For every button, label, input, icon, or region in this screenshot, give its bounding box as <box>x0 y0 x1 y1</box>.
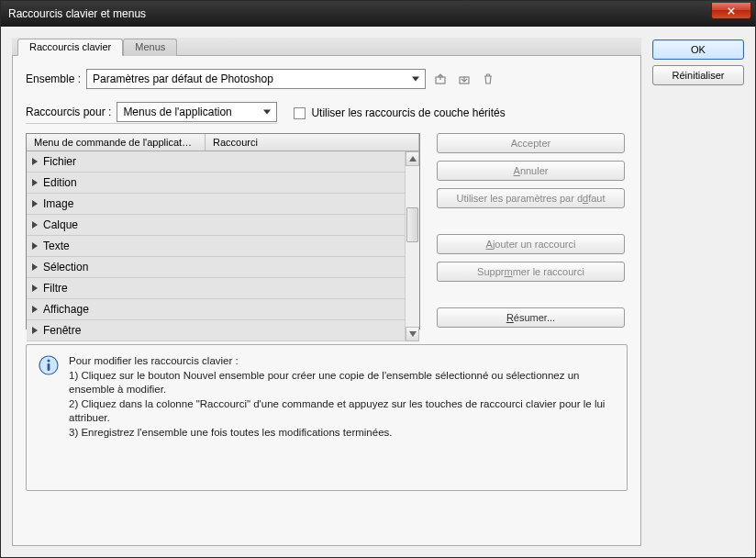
legacy-checkbox-label: Utiliser les raccourcis de couche hérité… <box>311 106 505 119</box>
scroll-down-icon[interactable] <box>406 327 419 341</box>
menu-row-label: Fichier <box>43 155 76 168</box>
menu-row-sélection[interactable]: Sélection <box>27 257 405 278</box>
list-header: Menu de commande de l'applicat… Raccourc… <box>27 134 419 151</box>
shortcuts-for-value: Menus de l'application <box>123 106 231 118</box>
dialog-window: Raccourcis clavier et menus Raccourcis c… <box>0 0 756 558</box>
shortcut-list: Menu de commande de l'applicat… Raccourc… <box>26 133 420 329</box>
shortcuts-for-dropdown[interactable]: Menus de l'application <box>117 102 277 122</box>
list-body: FichierEditionImageCalqueTexteSélectionF… <box>27 151 419 341</box>
scroll-track[interactable] <box>406 166 419 327</box>
legacy-checkbox[interactable] <box>294 107 306 119</box>
info-line1: 1) Cliquez sur le bouton Nouvel ensemble… <box>69 369 616 397</box>
close-icon <box>727 7 736 15</box>
use-default-button[interactable]: Utiliser les paramètres par ddfaut <box>437 188 625 208</box>
expand-icon <box>32 179 38 186</box>
delete-shortcut-button[interactable]: Supprmmer le raccourci <box>437 262 625 282</box>
main-panel: Raccourcis clavier Menus Ensemble : Para… <box>12 38 641 546</box>
side-panel: OK Réinitialiser <box>652 38 744 546</box>
titlebar: Raccourcis clavier et menus <box>1 1 755 27</box>
shortcuts-for-group: Raccourcis pour : Menus de l'application <box>26 102 277 124</box>
ensemble-value: Paramètres par défaut de Photoshop <box>93 73 273 85</box>
col-header-shortcut[interactable]: Raccourci <box>206 134 419 151</box>
tab-shortcuts[interactable]: Raccourcis clavier <box>17 39 123 56</box>
info-box: Pour modifier les raccourcis clavier : 1… <box>26 344 628 491</box>
expand-icon <box>32 306 38 313</box>
menu-row-label: Sélection <box>43 261 88 273</box>
menu-row-calque[interactable]: Calque <box>27 215 405 236</box>
menu-row-filtre[interactable]: Filtre <box>27 278 405 299</box>
menu-row-affichage[interactable]: Affichage <box>27 299 405 320</box>
shortcuts-for-label: Raccourcis pour : <box>26 106 111 118</box>
menu-row-image[interactable]: Image <box>27 194 405 215</box>
menu-row-label: Fenêtre <box>43 324 81 337</box>
expand-icon <box>32 285 38 292</box>
tab-content: Ensemble : Paramètres par défaut de Phot… <box>12 56 641 546</box>
menu-row-label: Image <box>43 197 73 210</box>
menu-row-texte[interactable]: Texte <box>27 236 405 257</box>
summarize-button[interactable]: Résumer... <box>437 307 625 328</box>
add-shortcut-button[interactable]: Ajouter un raccourci <box>437 234 625 254</box>
accept-button[interactable]: Accepter <box>437 133 625 153</box>
info-line2: 2) Cliquez dans la colonne "Raccourci" d… <box>69 397 616 426</box>
middle-area: Menu de commande de l'applicat… Raccourc… <box>26 133 628 329</box>
menu-row-fenêtre[interactable]: Fenêtre <box>27 320 405 341</box>
col-header-menu[interactable]: Menu de commande de l'applicat… <box>27 134 206 151</box>
ensemble-row: Ensemble : Paramètres par défaut de Phot… <box>26 69 628 89</box>
action-column: Accepter Annuler Utiliser les paramètres… <box>437 133 625 329</box>
info-icon <box>38 354 60 376</box>
menu-row-label: Calque <box>43 218 78 231</box>
menu-row-label: Filtre <box>43 282 68 295</box>
menu-row-edition[interactable]: Edition <box>27 173 405 194</box>
dialog-body: Raccourcis clavier Menus Ensemble : Para… <box>1 27 755 557</box>
tab-bar: Raccourcis clavier Menus <box>12 38 641 56</box>
info-heading: Pour modifier les raccourcis clavier : <box>69 354 616 369</box>
undo-button[interactable]: Annuler <box>437 161 625 181</box>
tab-menus[interactable]: Menus <box>123 39 177 56</box>
ok-button[interactable]: OK <box>652 39 744 60</box>
menu-row-label: Edition <box>43 176 77 189</box>
info-text: Pour modifier les raccourcis clavier : 1… <box>69 354 616 481</box>
scroll-up-icon[interactable] <box>406 151 419 166</box>
shortcuts-for-row: Raccourcis pour : Menus de l'application… <box>26 102 628 124</box>
new-set-icon[interactable] <box>455 70 473 88</box>
expand-icon <box>32 158 38 165</box>
svg-point-3 <box>47 359 50 362</box>
ensemble-label: Ensemble : <box>26 73 81 85</box>
menu-row-label: Texte <box>43 240 70 252</box>
trash-icon[interactable] <box>479 70 497 88</box>
menu-row-fichier[interactable]: Fichier <box>27 151 405 173</box>
svg-rect-4 <box>48 363 50 371</box>
scrollbar[interactable] <box>405 151 419 341</box>
expand-icon <box>32 242 38 250</box>
ensemble-dropdown[interactable]: Paramètres par défaut de Photoshop <box>86 69 426 89</box>
expand-icon <box>32 221 38 229</box>
info-line3: 3) Enregistrez l'ensemble une fois toute… <box>69 426 616 441</box>
expand-icon <box>32 263 38 271</box>
list-rows: FichierEditionImageCalqueTexteSélectionF… <box>27 151 405 341</box>
scroll-thumb[interactable] <box>406 207 418 242</box>
save-set-icon[interactable] <box>431 70 450 88</box>
window-title: Raccourcis clavier et menus <box>8 7 146 20</box>
close-button[interactable] <box>711 3 751 19</box>
expand-icon <box>32 200 38 207</box>
menu-row-label: Affichage <box>43 303 89 316</box>
reset-button[interactable]: Réinitialiser <box>652 65 744 85</box>
expand-icon <box>32 327 38 334</box>
